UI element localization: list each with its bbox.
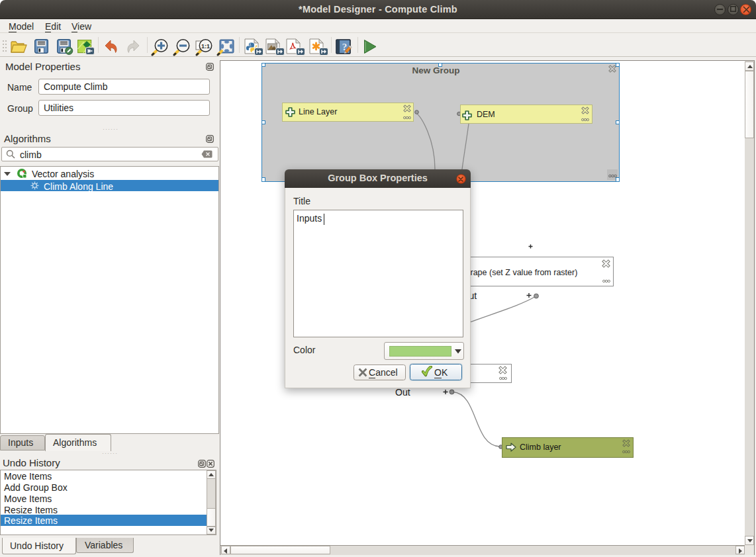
svg-text:1:1: 1:1 [201, 43, 210, 50]
